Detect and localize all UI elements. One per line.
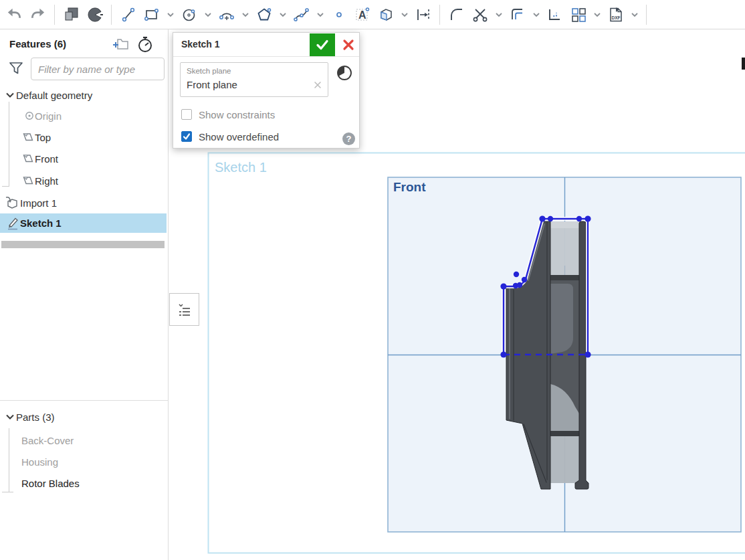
pattern-icon[interactable] <box>569 5 587 23</box>
show-overdefined-checkbox-row[interactable]: Show overdefined <box>181 130 279 143</box>
tree-item-label: Sketch 1 <box>20 217 62 229</box>
show-overdefined-label: Show overdefined <box>199 131 279 143</box>
offset-icon[interactable] <box>508 5 526 23</box>
circle-tool-icon[interactable] <box>180 5 198 23</box>
check-icon <box>183 132 191 141</box>
filter-funnel-icon[interactable] <box>8 60 24 76</box>
clear-selection-icon[interactable] <box>313 80 324 91</box>
arc-dropdown-icon[interactable] <box>241 5 249 23</box>
canvas-sketch-label: Sketch 1 <box>215 160 267 175</box>
plane-icon <box>21 130 35 144</box>
part-item-rotor-blades[interactable]: Rotor Blades <box>0 473 169 493</box>
plane-icon <box>21 174 35 187</box>
dimension-icon[interactable] <box>546 5 564 23</box>
plane-icon <box>21 152 35 165</box>
import-icon <box>4 195 20 211</box>
tree-item-import[interactable]: Import 1 <box>0 193 169 213</box>
tree-item-front[interactable]: Front <box>0 149 169 169</box>
part-item-housing[interactable]: Housing <box>0 452 169 472</box>
spline-tool-icon[interactable] <box>292 5 310 23</box>
sketch-pencil-icon <box>5 216 20 231</box>
svg-text:A: A <box>358 9 366 21</box>
tree-item-label: Origin <box>35 110 62 122</box>
use-project-dropdown-icon[interactable] <box>400 5 409 23</box>
sketch-toolbar: A DXF <box>0 0 745 29</box>
help-icon[interactable]: ? <box>342 132 355 145</box>
sketch-dialog: Sketch 1 Sketch plane Front plane Show c… <box>173 32 360 149</box>
trim-dropdown-icon[interactable] <box>494 5 503 23</box>
toolbar-divider <box>111 5 112 25</box>
close-icon <box>342 39 354 51</box>
part-item-label: Housing <box>21 456 58 468</box>
chevron-down-icon[interactable] <box>4 89 16 101</box>
sketch-plane-field[interactable]: Sketch plane Front plane <box>180 62 328 97</box>
redo-icon[interactable] <box>29 5 47 23</box>
trim-icon[interactable] <box>471 5 489 23</box>
toolbar-divider <box>646 5 647 25</box>
show-constraints-label: Show constraints <box>199 109 275 120</box>
canvas-plane-label: Front <box>393 180 426 195</box>
arc-tool-icon[interactable] <box>217 5 235 23</box>
circle-dropdown-icon[interactable] <box>203 5 212 23</box>
tree-item-label: Right <box>35 175 58 187</box>
tree-item-sketch-selected[interactable]: Sketch 1 <box>0 213 167 233</box>
rectangle-tool-icon[interactable] <box>142 5 161 23</box>
show-overdefined-checkbox[interactable] <box>181 131 192 142</box>
origin-icon <box>24 110 35 121</box>
confirm-button[interactable] <box>310 33 335 56</box>
rollback-bar[interactable] <box>1 241 165 248</box>
parts-header-label: Parts (3) <box>16 411 55 423</box>
tree-node-default-geometry[interactable]: Default geometry <box>0 85 169 105</box>
dialog-title: Sketch 1 <box>181 39 220 50</box>
toolbar-divider <box>439 5 440 25</box>
features-panel-header: Features (6) <box>0 33 169 54</box>
dxf-dropdown-icon[interactable] <box>630 5 639 23</box>
sketch-plane-value: Front plane <box>187 79 237 90</box>
tree-item-label: Front <box>35 153 58 165</box>
sketch-plane-label: Sketch plane <box>187 67 231 75</box>
part-item-back-cover[interactable]: Back-Cover <box>0 430 169 450</box>
line-tool-icon[interactable] <box>119 5 137 23</box>
cancel-button[interactable] <box>338 33 359 56</box>
dxf-import-icon[interactable]: DXF <box>607 5 625 23</box>
offset-dropdown-icon[interactable] <box>532 5 540 23</box>
tree-node-label: Default geometry <box>16 90 92 101</box>
tree-item-right[interactable]: Right <box>0 171 169 191</box>
features-panel: Features (6) Default geometry Origin Top… <box>0 29 169 560</box>
features-header-title: Features (6) <box>9 38 66 50</box>
check-icon <box>315 37 330 52</box>
feature-list-icon <box>176 301 193 318</box>
tree-item-label: Top <box>35 132 51 143</box>
point-tool-icon[interactable] <box>330 5 348 23</box>
rectangle-dropdown-icon[interactable] <box>166 5 175 23</box>
parts-header-row[interactable]: Parts (3) <box>0 407 169 427</box>
use-project-icon[interactable] <box>377 5 395 23</box>
tree-item-label: Import 1 <box>20 197 57 209</box>
revolve-icon[interactable] <box>86 5 104 23</box>
pattern-dropdown-icon[interactable] <box>593 5 601 23</box>
polygon-dropdown-icon[interactable] <box>278 5 287 23</box>
mirror-icon[interactable] <box>414 5 432 23</box>
part-item-label: Back-Cover <box>21 435 74 446</box>
show-constraints-checkbox-row[interactable]: Show constraints <box>181 108 275 121</box>
tree-item-top[interactable]: Top <box>0 127 169 147</box>
spline-dropdown-icon[interactable] <box>316 5 324 23</box>
text-tool-icon[interactable]: A <box>353 5 371 23</box>
fillet-icon[interactable] <box>447 5 465 23</box>
scrollbar-thumb[interactable] <box>742 58 745 70</box>
tree-item-origin[interactable]: Origin <box>0 106 169 126</box>
sketch-state-pie-icon[interactable] <box>336 64 353 82</box>
stopwatch-icon[interactable] <box>136 35 154 53</box>
toolbar-divider <box>54 5 55 25</box>
part-item-label: Rotor Blades <box>21 478 80 489</box>
extrude-icon[interactable] <box>62 5 80 23</box>
filter-row <box>0 58 169 82</box>
feature-list-flyout-tab[interactable] <box>169 293 199 326</box>
undo-icon[interactable] <box>5 5 23 23</box>
chevron-down-icon[interactable] <box>4 411 16 423</box>
svg-text:DXF: DXF <box>611 15 620 19</box>
filter-input[interactable] <box>31 58 165 80</box>
polygon-tool-icon[interactable] <box>255 5 273 23</box>
new-folder-icon[interactable] <box>112 35 130 53</box>
show-constraints-checkbox[interactable] <box>181 109 192 120</box>
